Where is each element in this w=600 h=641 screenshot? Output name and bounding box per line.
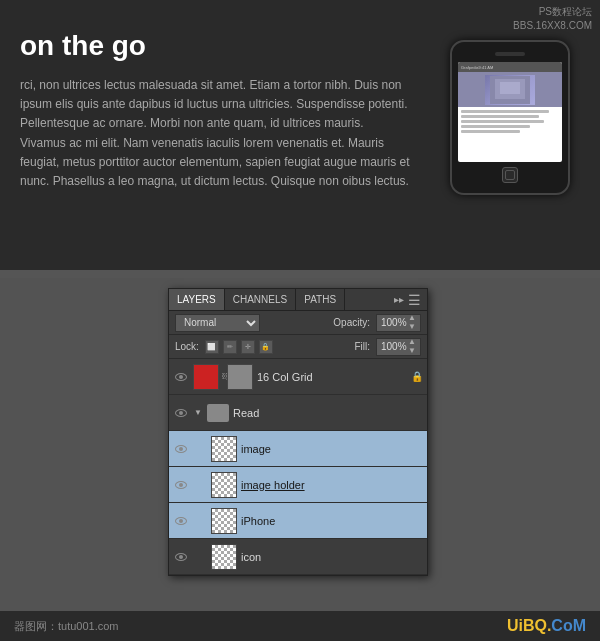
- folder-icon: [207, 404, 229, 422]
- layer-name-icon: icon: [241, 551, 423, 563]
- lock-icons: ⬜ ✏ ✛ 🔒: [205, 340, 273, 354]
- lock-transparent-icon[interactable]: ⬜: [205, 340, 219, 354]
- lock-paint-icon[interactable]: ✏: [223, 340, 237, 354]
- layer-visibility-imageholder[interactable]: [173, 477, 189, 493]
- opacity-value[interactable]: 100% ▲ ▼: [376, 314, 421, 332]
- screen-line: [461, 130, 520, 133]
- page-heading: on the go: [20, 30, 410, 62]
- screen-text-lines: [458, 107, 562, 138]
- layer-visibility-iphone[interactable]: [173, 513, 189, 529]
- eye-icon: [175, 481, 187, 489]
- screen-hero-img: [485, 75, 535, 105]
- tab-more-arrows[interactable]: ▸▸: [394, 294, 404, 305]
- top-section: PS数程论坛 BBS.16XX8.COM on the go rci, non …: [0, 0, 600, 270]
- layer-lock-icon: 🔒: [411, 370, 423, 384]
- layer-thumb-gray: [227, 364, 253, 390]
- opacity-label: Opacity:: [333, 317, 370, 328]
- layer-name-imageholder: image holder: [241, 479, 423, 491]
- eye-icon: [175, 409, 187, 417]
- layer-thumb-checker: [211, 472, 237, 498]
- lock-position-icon[interactable]: ✛: [241, 340, 255, 354]
- bottom-bar: 器图网：tutu001.com UiBQ.CoM: [0, 611, 600, 641]
- svg-rect-2: [500, 82, 520, 94]
- layer-thumb-group: ⛓: [193, 364, 253, 390]
- folder-expand-arrow[interactable]: ▼: [193, 408, 203, 418]
- layer-visibility-16colgrid[interactable]: [173, 369, 189, 385]
- fill-value[interactable]: 100% ▲ ▼: [376, 338, 421, 356]
- layer-name-16colgrid: 16 Col Grid: [257, 371, 407, 383]
- content-area: on the go rci, non ultrices lectus males…: [0, 0, 430, 211]
- layer-visibility-read[interactable]: [173, 405, 189, 421]
- phone-outer: Grafpedia 9:41 AM: [450, 40, 570, 195]
- layer-item-16colgrid[interactable]: ⛓ 16 Col Grid 🔒: [169, 359, 427, 395]
- eye-icon: [175, 517, 187, 525]
- ps-panel-tabs: LAYERS CHANNELS PATHS ▸▸ ☰: [169, 289, 427, 311]
- watermark-top: PS数程论坛 BBS.16XX8.COM: [513, 5, 592, 33]
- layer-thumb-red: [193, 364, 219, 390]
- eye-icon: [175, 373, 187, 381]
- layer-thumb-checker: [211, 544, 237, 570]
- lock-all-icon[interactable]: 🔒: [259, 340, 273, 354]
- watermark-left: 器图网：tutu001.com: [14, 619, 119, 634]
- tab-channels[interactable]: CHANNELS: [225, 289, 296, 310]
- screen-line: [461, 120, 544, 123]
- phone-screen: Grafpedia 9:41 AM: [458, 62, 562, 162]
- opacity-down-arrow[interactable]: ▼: [408, 323, 416, 331]
- screen-line: [461, 125, 530, 128]
- screen-line: [461, 115, 539, 118]
- fill-label: Fill:: [354, 341, 370, 352]
- phone-home-button: [502, 167, 518, 183]
- eye-icon: [175, 553, 187, 561]
- layer-name-image: image: [241, 443, 423, 455]
- layer-name-read: Read: [233, 407, 423, 419]
- layer-item-read[interactable]: ▼ Read: [169, 395, 427, 431]
- screen-nav: Grafpedia 9:41 AM: [458, 62, 562, 72]
- blend-mode-select[interactable]: Normal Multiply Screen: [175, 314, 260, 332]
- layer-visibility-image[interactable]: [173, 441, 189, 457]
- lock-fill-row: Lock: ⬜ ✏ ✛ 🔒 Fill: 100% ▲ ▼: [169, 335, 427, 359]
- phone-home-circle: [505, 170, 515, 180]
- fill-up-arrow[interactable]: ▲: [408, 338, 416, 346]
- layer-visibility-icon[interactable]: [173, 549, 189, 565]
- lock-label: Lock:: [175, 341, 199, 352]
- layer-item-iphone[interactable]: iPhone: [169, 503, 427, 539]
- screen-hero: [458, 72, 562, 107]
- separator: [0, 270, 600, 278]
- phone-speaker: [495, 52, 525, 56]
- layer-name-iphone: iPhone: [241, 515, 423, 527]
- tab-layers[interactable]: LAYERS: [169, 289, 225, 310]
- layer-thumb-checker: [211, 436, 237, 462]
- panel-tab-more: ▸▸ ☰: [388, 292, 427, 308]
- ps-panel: LAYERS CHANNELS PATHS ▸▸ ☰ Normal Multip…: [168, 288, 428, 576]
- chain-icon: ⛓: [221, 372, 225, 382]
- opacity-up-arrow[interactable]: ▲: [408, 314, 416, 322]
- layer-item-image[interactable]: image: [169, 431, 427, 467]
- fill-down-arrow[interactable]: ▼: [408, 347, 416, 355]
- screen-line: [461, 110, 549, 113]
- tab-paths[interactable]: PATHS: [296, 289, 345, 310]
- layer-item-imageholder[interactable]: image holder: [169, 467, 427, 503]
- layer-item-icon[interactable]: icon: [169, 539, 427, 575]
- ps-section: LAYERS CHANNELS PATHS ▸▸ ☰ Normal Multip…: [0, 278, 600, 641]
- blend-opacity-row: Normal Multiply Screen Opacity: 100% ▲ ▼: [169, 311, 427, 335]
- panel-menu-icon[interactable]: ☰: [408, 292, 421, 308]
- eye-icon: [175, 445, 187, 453]
- layer-thumb-checker: [211, 508, 237, 534]
- body-text: rci, non ultrices lectus malesuada sit a…: [20, 76, 410, 191]
- watermark-right: UiBQ.CoM: [507, 617, 586, 635]
- phone-mockup: Grafpedia 9:41 AM: [450, 40, 570, 195]
